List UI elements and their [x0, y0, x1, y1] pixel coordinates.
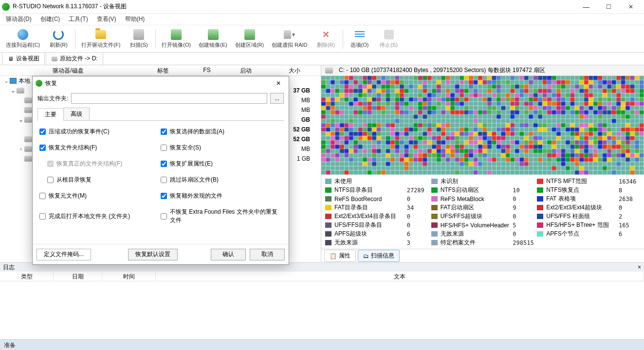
output-folder-input[interactable] [71, 93, 267, 104]
legend-item: 未识别 [431, 177, 534, 185]
separator [343, 29, 343, 49]
menu-view[interactable]: 查看(V) [93, 14, 120, 25]
legend-item: 特定档案文件298515 [431, 239, 534, 247]
disk-info-header: C: - 100 GB (107374182400 Bytes , 209715… [321, 65, 644, 76]
opt-folder-structure[interactable]: 恢复文件夹结构(F) [39, 144, 161, 152]
create-region-button[interactable]: 创建区域(R) [231, 26, 268, 52]
chevron-down-icon[interactable]: ⌄ [3, 77, 10, 84]
dialog-options: 压缩成功的恢复事件(C) 恢复选择的数据流(A) 恢复文件夹结构(F) 恢复安全… [37, 121, 284, 241]
menu-create[interactable]: 创建(C) [37, 14, 64, 25]
chevron-down-icon[interactable]: ⌄ [18, 116, 24, 123]
titlebar: R-STUDIO Network 8.13.176037 - 设备视图 — ☐ … [0, 0, 644, 14]
restore-defaults-button[interactable]: 恢复默认设置 [128, 249, 178, 260]
options-button[interactable]: 选项(O) [345, 26, 374, 52]
opt-extended-attrs[interactable]: 恢复扩展属性(E) [161, 160, 282, 168]
col-start[interactable]: 启动 [224, 65, 268, 75]
connect-remote-button[interactable]: 连接到远程(C) [2, 26, 44, 52]
dialog-close-button[interactable]: ✕ [271, 77, 286, 89]
col-drive[interactable]: 驱动器/磁盘 [0, 65, 136, 75]
tab-scan-info[interactable]: 🗂扫描信息 [358, 250, 400, 262]
col-size[interactable]: 大小 [268, 65, 321, 75]
chevron-down-icon[interactable]: ⌄ [10, 87, 17, 94]
legend-swatch [431, 196, 438, 202]
legend-item: 未使用 [325, 177, 428, 185]
raid-icon [284, 30, 291, 39]
chevron-right-icon[interactable]: › [18, 146, 24, 152]
legend-swatch [325, 196, 331, 202]
ok-button[interactable]: 确认 [211, 249, 246, 260]
col-type[interactable]: 类型 [0, 272, 54, 281]
legend-item: NTFS恢复点8 [537, 186, 640, 194]
opt-recover-security[interactable]: 恢复安全(S) [161, 144, 282, 152]
computer-icon [10, 78, 17, 84]
delete-icon: ✕ [321, 30, 331, 39]
col-fs[interactable]: FS [190, 65, 224, 75]
scan-button[interactable]: 扫描(S) [124, 26, 153, 52]
opt-from-root[interactable]: 从根目录恢复 [39, 176, 161, 184]
output-folder-label: 输出文件夹: [37, 94, 68, 103]
legend-item: 无效来源3 [325, 239, 428, 247]
opt-no-duplicates[interactable]: 不恢复 Extra Found Files 文件夹中的重复文件 [161, 208, 282, 224]
opt-compress-success[interactable]: 压缩成功的恢复事件(C) [39, 128, 161, 136]
globe-icon [18, 29, 28, 40]
cancel-button[interactable]: 取消 [250, 249, 285, 260]
close-icon[interactable]: × [638, 264, 641, 271]
tab-raw-files[interactable]: 原始文件 -> D: [46, 52, 103, 65]
chevron-down-icon: ▾ [292, 31, 295, 38]
tab-properties[interactable]: 📋属性 [324, 250, 356, 262]
menu-tool[interactable]: 工具(T) [65, 14, 92, 25]
legend-item: FAT 表格项2638 [537, 195, 640, 203]
disk-icon [244, 29, 255, 40]
separator [155, 29, 156, 49]
legend-swatch [537, 179, 543, 184]
tree-header: 驱动器/磁盘 标签 FS 启动 大小 [0, 65, 321, 76]
maximize-button[interactable]: ☐ [597, 0, 620, 14]
legend-swatch [325, 205, 331, 210]
opt-recover-streams[interactable]: 恢复选择的数据流(A) [161, 128, 282, 136]
minimize-button[interactable]: — [575, 0, 597, 14]
scan-pane: C: - 100 GB (107374182400 Bytes , 209715… [321, 65, 644, 262]
dialog-footer: 定义文件掩码... 恢复默认设置 确认 取消 [33, 244, 289, 264]
options-icon [355, 31, 365, 38]
legend-item: UFS/FFS 柱面组2 [537, 212, 640, 221]
open-image-button[interactable]: 打开镜像(O) [158, 26, 195, 52]
tab-device-view[interactable]: 🖥设备视图 [2, 52, 45, 65]
dialog-titlebar[interactable]: 恢复 ✕ [33, 76, 289, 90]
disk-icon [24, 97, 32, 103]
col-text[interactable]: 文本 [156, 272, 644, 281]
menu-driver[interactable]: 驱动器(D) [2, 14, 36, 25]
legend-item: NTFS MFT范围16346 [537, 177, 640, 185]
legend-swatch [431, 187, 438, 193]
define-mask-button[interactable]: 定义文件掩码... [37, 249, 91, 260]
create-image-button[interactable]: 创建镜像(E) [195, 26, 231, 52]
opt-open-after[interactable]: 完成后打开本地文件夹 (文件夹) [39, 208, 161, 224]
legend-item [537, 239, 640, 247]
refresh-button[interactable]: 刷新(R) [44, 26, 73, 52]
property-tabs: 📋属性 🗂扫描信息 [321, 249, 644, 262]
create-raid-button[interactable]: ▾创建虚拟 RAID [268, 26, 311, 52]
col-time[interactable]: 时间 [102, 272, 156, 281]
legend-swatch [537, 196, 543, 202]
col-date[interactable]: 日期 [54, 272, 102, 281]
menu-help[interactable]: 帮助(H) [121, 14, 149, 25]
disk-icon [24, 146, 32, 152]
tab-main[interactable]: 主要 [37, 108, 64, 121]
disk-icon [51, 55, 58, 62]
col-label[interactable]: 标签 [136, 65, 190, 75]
sector-map[interactable] [321, 76, 644, 175]
legend-item: UFS/FFS超级块0 [431, 212, 534, 221]
legend-item: FAT启动扇区9 [431, 203, 534, 212]
opt-meta-files[interactable]: 恢复元文件(M) [39, 192, 161, 200]
open-drive-file-button[interactable]: 打开驱动文件(F) [77, 26, 124, 52]
tab-advanced[interactable]: 高级 [63, 108, 90, 120]
opt-skip-bad[interactable]: 跳过坏扇区文件(B) [161, 176, 282, 184]
disk-icon [208, 29, 219, 40]
legend-swatch [537, 214, 543, 219]
legend-swatch [537, 205, 543, 210]
log-body[interactable] [0, 281, 644, 339]
legend-swatch [431, 240, 438, 245]
opt-extra-found[interactable]: 恢复额外发现的文件 [161, 192, 282, 200]
close-button[interactable]: ✕ [620, 0, 642, 14]
legend: 未使用未识别NTFS MFT范围16346NTFS目录条目27289NTFS启动… [321, 175, 644, 249]
browse-button[interactable]: ... [270, 93, 284, 104]
